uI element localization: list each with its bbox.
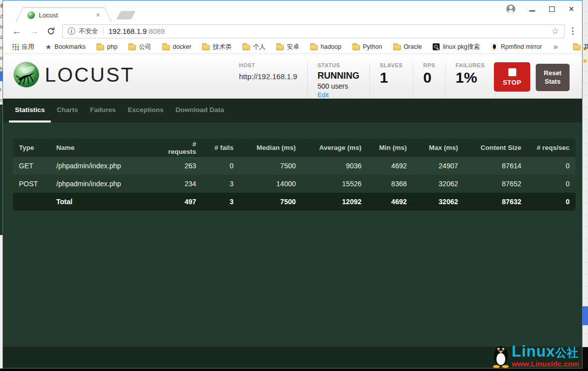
info-icon[interactable]: i: [68, 27, 75, 35]
bookmark-item[interactable]: Oracle: [388, 43, 428, 50]
total-cell: 32062: [413, 193, 464, 211]
security-label[interactable]: 不安全: [79, 27, 98, 36]
penguin-favicon: [491, 43, 498, 50]
right-edge-dark-segment: [583, 347, 588, 369]
total-cell: 12092: [302, 193, 367, 211]
tab-statistics[interactable]: Statistics: [9, 99, 51, 123]
stop-button[interactable]: STOP: [494, 62, 530, 92]
reload-icon[interactable]: [43, 27, 59, 35]
column-header[interactable]: # fails: [202, 138, 239, 157]
locust-favicon-icon: [27, 11, 35, 19]
stat-rps: RPS 0: [413, 62, 446, 99]
bookmark-item[interactable]: 技术类: [197, 43, 237, 51]
table-cell: 87652: [464, 175, 527, 193]
table-row[interactable]: POST/phpadmin/index.php23431400015526836…: [13, 175, 576, 193]
column-header[interactable]: # requests: [157, 138, 202, 157]
browser-tab[interactable]: Locust ×: [16, 7, 112, 22]
table-cell: 263: [157, 157, 202, 175]
new-tab-button[interactable]: [116, 11, 135, 19]
watermark-brand-cjk: 公社: [555, 345, 578, 361]
table-header-row: TypeName# requests# failsMedian (ms)Aver…: [13, 138, 576, 157]
bookmark-item[interactable]: Python: [347, 43, 388, 50]
bookmark-item[interactable]: Rpmfind mirror: [485, 43, 548, 50]
total-cell: 87632: [464, 193, 527, 211]
close-button[interactable]: ×: [569, 4, 574, 13]
back-icon[interactable]: ←: [8, 26, 25, 36]
page-header: LOCUST HOST http://192.168.1.9 STATUS RU…: [3, 54, 582, 99]
bookmark-item[interactable]: 安卓: [271, 43, 305, 51]
watermark: Linux 公社 www.Linuxidc.com: [491, 343, 579, 368]
stat-host: HOST http://192.168.1.9: [234, 62, 308, 99]
other-bookmarks-folder[interactable]: 其他书签: [568, 43, 588, 51]
folder-icon: [162, 45, 170, 50]
right-edge-folder-fragment: [584, 60, 587, 63]
total-cell: 0: [527, 193, 576, 211]
bookmark-item[interactable]: 应用: [7, 43, 40, 51]
bookmark-item[interactable]: 公司: [123, 43, 157, 51]
folder-icon: [276, 45, 284, 50]
folder-icon: [97, 45, 104, 50]
locust-page: LOCUST HOST http://192.168.1.9 STATUS RU…: [3, 54, 582, 368]
table-cell: 14000: [239, 175, 302, 193]
table-cell: 8368: [367, 175, 413, 193]
stop-icon: [508, 68, 516, 76]
url-divider: [103, 27, 104, 35]
tab-exceptions[interactable]: Exceptions: [122, 99, 170, 123]
star-icon: ★: [45, 43, 52, 50]
bookmark-item[interactable]: hadoop: [305, 43, 347, 50]
table-row[interactable]: GET/phpadmin/index.php263075009036469224…: [13, 157, 576, 175]
host-value: http://192.168.1.9: [239, 72, 297, 81]
bookmarks-bar: 应用 ★ Bookmarks php 公司 docker 技术类 个人 安卓 h…: [3, 40, 582, 54]
table-cell: 0: [527, 157, 576, 175]
logo-text: LOCUST: [45, 64, 134, 86]
browser-menu-icon[interactable]: [569, 27, 577, 35]
column-header[interactable]: Min (ms): [367, 138, 413, 157]
bookmark-item[interactable]: 个人: [237, 43, 271, 51]
edit-link[interactable]: Edit: [318, 91, 359, 99]
bookmarks-overflow-icon[interactable]: »: [547, 42, 564, 51]
forward-icon[interactable]: →: [25, 26, 43, 36]
window-controls: ×: [506, 3, 574, 14]
url-host: 192.168.1.9: [109, 27, 147, 35]
tab-download-data[interactable]: Download Data: [170, 99, 231, 123]
minimize-button[interactable]: [529, 10, 535, 11]
bookmark-item[interactable]: docker: [157, 43, 197, 50]
column-header[interactable]: Max (ms): [413, 138, 464, 157]
table-cell: GET: [13, 157, 50, 175]
bookmark-item[interactable]: linux pkg搜索: [427, 43, 485, 51]
tab-charts[interactable]: Charts: [51, 99, 84, 123]
stat-status: STATUS RUNNING 500 users Edit: [308, 62, 370, 99]
column-header[interactable]: Content Size: [464, 138, 527, 157]
slaves-value: 1: [380, 69, 403, 86]
column-header[interactable]: # reqs/sec: [527, 138, 576, 157]
header-stats: HOST http://192.168.1.9 STATUS RUNNING 5…: [234, 62, 495, 99]
folder-icon: [310, 45, 318, 50]
total-cell: 497: [157, 193, 202, 211]
table-cell: 234: [157, 175, 202, 193]
apps-grid-icon: [12, 44, 19, 50]
column-header[interactable]: Median (ms): [239, 138, 302, 157]
table-cell: 9036: [302, 157, 367, 175]
search-favicon: [433, 43, 440, 50]
stat-failures: FAILURES 1%: [446, 62, 495, 99]
total-cell: Total: [50, 193, 157, 211]
bookmark-star-icon[interactable]: ☆: [552, 27, 559, 35]
tux-penguin-icon: [491, 343, 511, 368]
maximize-button[interactable]: [549, 6, 555, 12]
user-count: 500 users: [318, 82, 359, 90]
total-cell: 7500: [239, 193, 302, 211]
column-header[interactable]: Type: [13, 138, 50, 157]
profile-avatar-icon[interactable]: [506, 4, 515, 13]
tab-failures[interactable]: Failures: [84, 99, 122, 123]
table-cell: 15526: [302, 175, 367, 193]
browser-toolbar: ← → i 不安全 192.168.1.9 :8089 ☆: [3, 22, 582, 40]
bookmark-item[interactable]: php: [91, 43, 123, 50]
total-cell: [13, 193, 50, 211]
reset-stats-button[interactable]: Reset Stats: [536, 64, 570, 91]
bookmark-item[interactable]: ★ Bookmarks: [40, 43, 91, 50]
address-bar[interactable]: i 不安全 192.168.1.9 :8089 ☆: [62, 24, 565, 38]
column-header[interactable]: Average (ms): [302, 138, 367, 157]
screen: 看 点 9 2 n 6 h s t c v l 8 2 2 2 6 7 7 Lo…: [0, 0, 588, 371]
column-header[interactable]: Name: [50, 138, 157, 157]
tab-close-icon[interactable]: ×: [96, 11, 100, 18]
